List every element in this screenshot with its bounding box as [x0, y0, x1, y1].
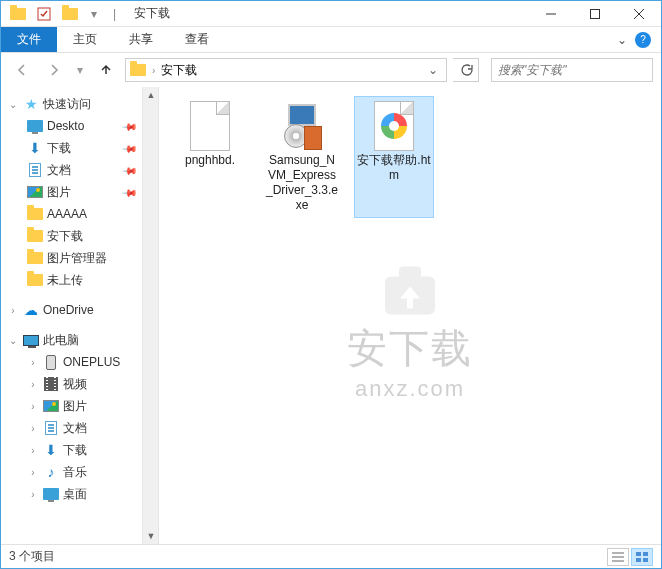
sidebar-item[interactable]: AAAAA	[1, 203, 158, 225]
cloud-icon: ☁	[23, 302, 39, 318]
close-button[interactable]	[617, 1, 661, 27]
tree-label: 图片管理器	[47, 250, 107, 267]
sidebar-item[interactable]: 文档 📌	[1, 159, 158, 181]
file-icon	[277, 101, 327, 151]
tree-label: 文档	[47, 162, 71, 179]
view-icons-button[interactable]	[631, 548, 653, 566]
tree-onedrive[interactable]: › ☁ OneDrive	[1, 299, 158, 321]
chevron-right-icon[interactable]: ›	[27, 445, 39, 456]
pin-icon: 📌	[122, 140, 138, 156]
phone-icon	[43, 354, 59, 370]
qat-folder2-icon[interactable]	[59, 3, 81, 25]
search-input[interactable]	[498, 63, 646, 77]
address-dropdown-icon[interactable]: ⌄	[424, 63, 442, 77]
content-pane[interactable]: 安下载 anxz.com pnghhbd. Samsung_NVM_Expres…	[159, 87, 661, 544]
tree-label: 安下载	[47, 228, 83, 245]
window-title: 安下载	[134, 5, 170, 22]
chevron-right-icon[interactable]: ›	[7, 305, 19, 316]
window-controls	[529, 1, 661, 27]
search-box[interactable]	[491, 58, 653, 82]
file-label: Samsung_NVM_Express_Driver_3.3.exe	[265, 153, 339, 213]
tree-this-pc[interactable]: ⌄ 此电脑	[1, 329, 158, 351]
sidebar-item[interactable]: › 视频	[1, 373, 158, 395]
minimize-button[interactable]	[529, 1, 573, 27]
folder-icon	[27, 206, 43, 222]
sidebar-item[interactable]: › 桌面	[1, 483, 158, 505]
title-separator: |	[113, 7, 116, 21]
pic-icon	[27, 184, 43, 200]
sidebar-item[interactable]: ⬇ 下载 📌	[1, 137, 158, 159]
file-icon	[185, 101, 235, 151]
view-details-button[interactable]	[607, 548, 629, 566]
file-item[interactable]: 安下载帮助.htm	[355, 97, 433, 217]
status-item-count: 3 个项目	[9, 548, 55, 565]
sidebar-item[interactable]: › 文档	[1, 417, 158, 439]
refresh-button[interactable]	[453, 58, 479, 82]
chevron-right-icon[interactable]: ›	[27, 489, 39, 500]
tree-label: OneDrive	[43, 303, 94, 317]
file-item[interactable]: pnghhbd.	[171, 97, 249, 217]
help-icon[interactable]: ?	[635, 32, 651, 48]
nav-forward-button[interactable]	[41, 57, 67, 83]
chevron-right-icon[interactable]: ›	[27, 423, 39, 434]
tree-label: 文档	[63, 420, 87, 437]
sidebar-item[interactable]: 未上传	[1, 269, 158, 291]
tree-label: 图片	[63, 398, 87, 415]
tree-label: 快速访问	[43, 96, 91, 113]
tab-file[interactable]: 文件	[1, 27, 57, 52]
qat-dropdown-icon[interactable]: ▾	[91, 7, 97, 21]
nav-history-dropdown[interactable]: ▾	[73, 57, 87, 83]
ribbon-tabs: 文件 主页 共享 查看 ⌄ ?	[1, 27, 661, 53]
download-icon: ⬇	[27, 140, 43, 156]
sidebar-item[interactable]: › ONEPLUS	[1, 351, 158, 373]
pin-icon: 📌	[122, 184, 138, 200]
address-bar[interactable]: › 安下载 ⌄	[125, 58, 447, 82]
nav-up-button[interactable]	[93, 57, 119, 83]
tree-quick-access[interactable]: ⌄ ★ 快速访问	[1, 93, 158, 115]
view-toggle	[607, 548, 653, 566]
tab-view[interactable]: 查看	[169, 27, 225, 52]
music-icon: ♪	[43, 464, 59, 480]
svg-rect-3	[385, 276, 435, 314]
tab-share[interactable]: 共享	[113, 27, 169, 52]
quick-access-toolbar: ▾ | 安下载	[1, 3, 170, 25]
status-bar: 3 个项目	[1, 544, 661, 568]
chevron-right-icon[interactable]: ›	[27, 401, 39, 412]
qat-folder-icon[interactable]	[7, 3, 29, 25]
tab-home[interactable]: 主页	[57, 27, 113, 52]
chevron-down-icon[interactable]: ⌄	[7, 99, 19, 110]
explorer-body: ▲ ▼ ⌄ ★ 快速访问 Deskto 📌⬇ 下载 📌 文档 📌 图片 📌 AA…	[1, 87, 661, 544]
pin-icon: 📌	[122, 162, 138, 178]
star-icon: ★	[23, 96, 39, 112]
qat-properties-icon[interactable]	[33, 3, 55, 25]
tree-label: 图片	[47, 184, 71, 201]
chevron-right-icon[interactable]: ›	[27, 467, 39, 478]
sidebar-item[interactable]: Deskto 📌	[1, 115, 158, 137]
nav-back-button[interactable]	[9, 57, 35, 83]
scroll-down-icon[interactable]: ▼	[143, 528, 159, 544]
pc-icon	[23, 332, 39, 348]
chevron-right-icon[interactable]: ›	[27, 379, 39, 390]
sidebar-item[interactable]: 图片 📌	[1, 181, 158, 203]
chevron-right-icon[interactable]: ›	[27, 357, 39, 368]
navigation-pane[interactable]: ▲ ▼ ⌄ ★ 快速访问 Deskto 📌⬇ 下载 📌 文档 📌 图片 📌 AA…	[1, 87, 159, 544]
sidebar-item[interactable]: › ⬇ 下载	[1, 439, 158, 461]
sidebar-item[interactable]: › ♪ 音乐	[1, 461, 158, 483]
file-item[interactable]: Samsung_NVM_Express_Driver_3.3.exe	[263, 97, 341, 217]
svg-rect-2	[591, 9, 600, 18]
chevron-right-icon[interactable]: ›	[152, 65, 155, 76]
folder-icon	[27, 228, 43, 244]
sidebar-item[interactable]: 安下载	[1, 225, 158, 247]
ribbon-collapse-icon[interactable]: ⌄	[617, 33, 627, 47]
address-folder-icon	[130, 64, 146, 76]
sidebar-item[interactable]: 图片管理器	[1, 247, 158, 269]
chevron-down-icon[interactable]: ⌄	[7, 335, 19, 346]
sidebar-item[interactable]: › 图片	[1, 395, 158, 417]
svg-rect-5	[636, 552, 641, 556]
desktop-icon	[43, 486, 59, 502]
doc-icon	[27, 162, 43, 178]
breadcrumb-current[interactable]: 安下载	[161, 62, 197, 79]
maximize-button[interactable]	[573, 1, 617, 27]
pic-icon	[43, 398, 59, 414]
tree-label: 桌面	[63, 486, 87, 503]
